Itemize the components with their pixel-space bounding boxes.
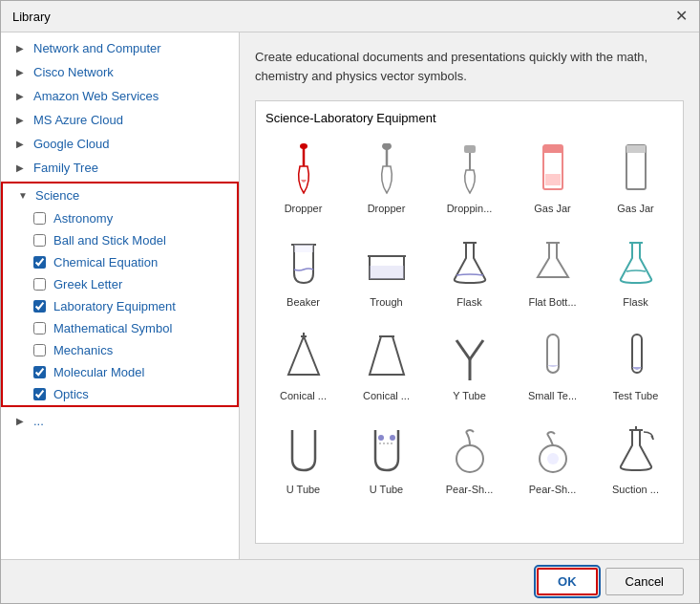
sidebar-label: ... [33, 414, 44, 428]
science-subitem-label-4: Laboratory Equipment [53, 299, 176, 313]
gallery-item-17[interactable]: Pear-Sh... [432, 416, 507, 502]
science-subitem-label-0: Astronomy [53, 211, 113, 226]
gallery-item-8[interactable]: Flat Bott... [515, 228, 590, 314]
science-arrow-icon: ▼ [18, 190, 30, 201]
flatbottom-icon [524, 235, 582, 292]
gallery-item-15[interactable]: U Tube [265, 416, 341, 502]
gallery-item-11[interactable]: Conical ... [349, 322, 424, 408]
sidebar-item-network[interactable]: ▶ Network and Computer [1, 36, 239, 60]
sidebar-label: Google Cloud [33, 137, 110, 151]
sidebar-label: MS Azure Cloud [33, 113, 123, 127]
sidebar-item-aws[interactable]: ▶ Amazon Web Services [1, 84, 239, 108]
pear2-icon [524, 422, 582, 480]
gallery-item-9[interactable]: Flask [598, 228, 673, 314]
gallery-item-label-8: Flat Bott... [528, 296, 576, 308]
science-checkbox-5[interactable] [33, 322, 46, 334]
gallery-item-16[interactable]: U Tube [349, 416, 424, 502]
science-subitem-label-8: Optics [53, 387, 89, 401]
gallery-item-18[interactable]: Pear-Sh... [515, 416, 590, 502]
dropper1-icon [275, 141, 332, 199]
gallery-item-4[interactable]: Gas Jar [598, 135, 673, 221]
gallery-item-10[interactable]: Conical ... [265, 322, 341, 408]
svg-rect-14 [370, 266, 404, 279]
conical1-icon [275, 329, 332, 386]
svg-rect-5 [464, 145, 476, 153]
gallery-item-6[interactable]: Trough [349, 228, 424, 314]
pear1-icon [441, 422, 498, 480]
dropper3-icon [441, 141, 498, 199]
gallery-item-label-6: Trough [370, 296, 402, 308]
gallery-item-12[interactable]: Y Tube [432, 322, 507, 408]
sidebar-item-more[interactable]: ▶ ... [1, 409, 239, 433]
utube2-icon [358, 422, 415, 480]
science-checkbox-0[interactable] [33, 212, 46, 225]
arrow-icon: ▶ [16, 91, 28, 101]
gallery-item-label-12: Y Tube [453, 390, 486, 401]
svg-point-1 [300, 143, 308, 149]
sidebar-item-familytree[interactable]: ▶ Family Tree [1, 156, 239, 180]
gasjar1-icon [524, 141, 582, 199]
sidebar: ▶ Network and Computer ▶ Cisco Network ▶… [1, 32, 240, 559]
science-subitem-label-7: Molecular Model [53, 365, 144, 379]
gallery-item-19[interactable]: Suction ... [598, 416, 673, 502]
science-checkbox-7[interactable] [33, 366, 46, 378]
gallery-item-label-5: Beaker [286, 296, 320, 308]
science-checkbox-2[interactable] [33, 256, 46, 269]
gallery-item-0[interactable]: Dropper [265, 135, 341, 221]
science-subitem-0[interactable]: Astronomy [3, 207, 237, 229]
close-button[interactable]: ✕ [675, 9, 688, 24]
library-dialog: Library ✕ ▶ Network and Computer ▶ Cisco… [0, 0, 700, 604]
arrow-icon: ▶ [16, 67, 28, 77]
gasjar2-icon [607, 141, 665, 199]
science-checkbox-3[interactable] [33, 278, 46, 291]
science-subitem-3[interactable]: Greek Letter [3, 273, 237, 295]
svg-point-28 [378, 435, 384, 441]
utube1-icon [275, 422, 332, 480]
science-checkbox-6[interactable] [33, 344, 46, 356]
science-checkbox-1[interactable] [33, 234, 46, 247]
gallery-item-label-11: Conical ... [363, 390, 410, 401]
gallery-item-label-19: Suction ... [612, 484, 659, 495]
svg-rect-7 [543, 145, 562, 153]
svg-point-30 [456, 445, 483, 472]
gallery-item-14[interactable]: Test Tube [598, 322, 673, 408]
flask2-icon [607, 235, 665, 292]
science-header[interactable]: ▼ Science [3, 183, 237, 207]
svg-line-24 [470, 340, 483, 359]
svg-point-32 [547, 453, 559, 464]
science-subitem-1[interactable]: Ball and Stick Model [3, 229, 237, 251]
science-subitem-6[interactable]: Mechanics [3, 339, 237, 361]
smalltest-icon [524, 329, 582, 386]
gallery-item-3[interactable]: Gas Jar [515, 135, 590, 221]
gallery-item-label-9: Flask [623, 296, 647, 308]
science-checkbox-4[interactable] [33, 300, 46, 313]
science-subitem-7[interactable]: Molecular Model [3, 361, 237, 383]
gallery-item-13[interactable]: Small Te... [515, 322, 590, 408]
ok-button[interactable]: OK [537, 568, 598, 595]
gallery-item-1[interactable]: Dropper [349, 135, 424, 221]
science-subitem-5[interactable]: Mathematical Symbol [3, 317, 237, 339]
gallery-item-label-15: U Tube [286, 484, 320, 495]
sidebar-item-azure[interactable]: ▶ MS Azure Cloud [1, 108, 239, 132]
sidebar-item-google[interactable]: ▶ Google Cloud [1, 132, 239, 156]
science-checkbox-8[interactable] [33, 388, 46, 400]
gallery-item-label-1: Dropper [368, 203, 406, 214]
gallery-container: Science-Laboratory Equipment Dropper Dro… [255, 100, 684, 544]
footer: OK Cancel [1, 559, 699, 603]
sidebar-item-cisco[interactable]: ▶ Cisco Network [1, 60, 239, 84]
science-subitem-label-3: Greek Letter [53, 277, 122, 291]
cancel-button[interactable]: Cancel [605, 568, 684, 595]
science-subitem-2[interactable]: Chemical Equation [3, 251, 237, 273]
gallery-item-label-14: Test Tube [613, 390, 659, 401]
arrow-icon: ▶ [16, 416, 28, 426]
svg-point-29 [390, 435, 395, 441]
science-subitem-label-6: Mechanics [53, 343, 113, 357]
science-subitem-8[interactable]: Optics [3, 383, 237, 405]
gallery-item-7[interactable]: Flask [432, 228, 507, 314]
gallery-item-label-18: Pear-Sh... [529, 484, 577, 495]
description-text: Create educational documents and present… [255, 48, 684, 85]
gallery-item-2[interactable]: Droppin... [432, 135, 507, 221]
gallery-item-5[interactable]: Beaker [265, 228, 341, 314]
svg-point-3 [382, 143, 392, 150]
science-subitem-4[interactable]: Laboratory Equipment [3, 295, 237, 317]
